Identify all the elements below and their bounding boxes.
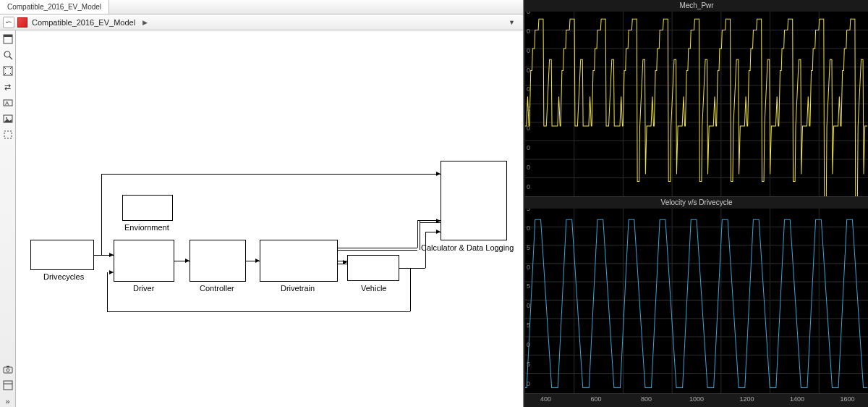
screenshot-icon[interactable] — [2, 364, 14, 375]
collapse-icon[interactable]: » — [2, 395, 14, 407]
annotation-icon[interactable]: A — [2, 97, 14, 109]
tab-bar: Compatible_2016_EV_Model — [0, 0, 523, 14]
block-drivetrain[interactable] — [260, 240, 338, 282]
model-icon — [17, 17, 27, 28]
y-tick: 5 — [527, 209, 530, 212]
scope-velocity[interactable]: Velocity v/s Drivecycle 5050505050 — [525, 197, 868, 394]
label-driver: Driver — [133, 284, 154, 293]
scope-plot-bottom: 5050505050 — [525, 209, 868, 393]
y-tick: 5 — [527, 244, 530, 251]
y-tick: 0 — [527, 264, 530, 271]
back-button[interactable]: ⤺ — [3, 17, 14, 28]
y-tick: 0 — [527, 105, 530, 112]
workspace: ⇄ A » Drivecycles Enviornment Driver Con… — [0, 30, 523, 407]
svg-rect-12 — [7, 366, 9, 367]
svg-rect-13 — [4, 381, 12, 390]
y-tick: 0 — [527, 12, 530, 15]
x-tick: 1400 — [790, 395, 804, 403]
model-browser-icon[interactable] — [2, 379, 14, 391]
y-tick: 0 — [527, 85, 530, 93]
y-tick: 0 — [527, 67, 530, 74]
chevron-right-icon: ▶ — [142, 19, 148, 26]
y-tick: 0 — [527, 341, 530, 348]
x-tick: 1000 — [689, 395, 704, 403]
scope-mech-pwr[interactable]: Mech_Pwr 0000000000 — [525, 0, 868, 197]
scope-panel: Mech_Pwr 0000000000 Velocity v/s Drivecy… — [524, 0, 868, 407]
block-calculator[interactable] — [441, 161, 507, 240]
svg-point-2 — [4, 51, 10, 57]
toggle-perspective-icon[interactable]: ⇄ — [2, 81, 14, 93]
y-tick: 0 — [527, 144, 530, 151]
model-tab[interactable]: Compatible_2016_EV_Model — [0, 0, 109, 14]
svg-rect-1 — [4, 35, 12, 37]
y-tick: 0 — [527, 225, 530, 232]
label-environment: Enviornment — [124, 223, 169, 232]
y-tick: 5 — [527, 322, 530, 329]
scope-plot-top: 0000000000 — [525, 12, 868, 196]
svg-rect-10 — [4, 367, 12, 373]
y-tick: 0 — [527, 302, 530, 309]
model-canvas[interactable]: Drivecycles Enviornment Driver Controlle… — [16, 30, 523, 407]
area-icon[interactable] — [2, 129, 14, 140]
block-environment[interactable] — [122, 195, 173, 221]
label-drivecycles: Drivecycles — [43, 272, 84, 281]
y-tick: 0 — [527, 380, 530, 387]
left-toolbar: ⇄ A » — [0, 30, 16, 407]
x-tick: 1600 — [841, 395, 855, 403]
x-tick: 400 — [540, 395, 551, 403]
y-tick: 0 — [527, 125, 530, 132]
block-vehicle[interactable] — [347, 255, 399, 281]
svg-text:A: A — [5, 100, 9, 106]
svg-line-3 — [9, 56, 12, 59]
x-tick: 1200 — [740, 395, 754, 403]
mech-pwr-waveform — [525, 12, 868, 196]
breadcrumb-title[interactable]: Compatible_2016_EV_Model — [32, 18, 135, 27]
breadcrumb-dropdown[interactable]: ▼ — [509, 19, 520, 26]
simulink-editor-panel: Compatible_2016_EV_Model ⤺ Compatible_20… — [0, 0, 524, 407]
block-controller[interactable] — [190, 240, 246, 282]
svg-point-8 — [6, 117, 7, 119]
y-tick: 5 — [527, 361, 530, 368]
fit-to-view-icon[interactable] — [2, 65, 14, 77]
hide-toolstrip-icon[interactable] — [2, 33, 14, 45]
scope-title-top: Mech_Pwr — [525, 0, 868, 12]
y-tick: 5 — [527, 282, 530, 290]
y-tick: 0 — [527, 28, 530, 35]
svg-point-11 — [7, 369, 9, 372]
x-tick: 800 — [641, 395, 652, 403]
block-driver[interactable] — [114, 240, 174, 282]
block-drivecycles[interactable] — [30, 240, 94, 270]
y-tick: 0 — [527, 164, 530, 171]
label-vehicle: Vehicle — [361, 284, 386, 293]
breadcrumb: ⤺ Compatible_2016_EV_Model ▶ ▼ — [0, 14, 523, 30]
y-tick: 0 — [527, 183, 530, 190]
scope-x-axis: 4006008001000120014001600 — [525, 394, 868, 407]
label-drivetrain: Drivetrain — [281, 284, 315, 293]
tab-title: Compatible_2016_EV_Model — [7, 3, 101, 11]
label-calculator: Calculator & Data Logging — [421, 243, 514, 252]
zoom-icon[interactable] — [2, 49, 14, 61]
label-controller: Controller — [200, 284, 234, 293]
x-tick: 600 — [590, 395, 601, 403]
svg-rect-9 — [4, 131, 12, 138]
image-icon[interactable] — [2, 113, 14, 125]
y-tick: 0 — [527, 47, 530, 54]
scope-title-bottom: Velocity v/s Drivecycle — [525, 197, 868, 209]
velocity-waveform — [525, 209, 868, 393]
